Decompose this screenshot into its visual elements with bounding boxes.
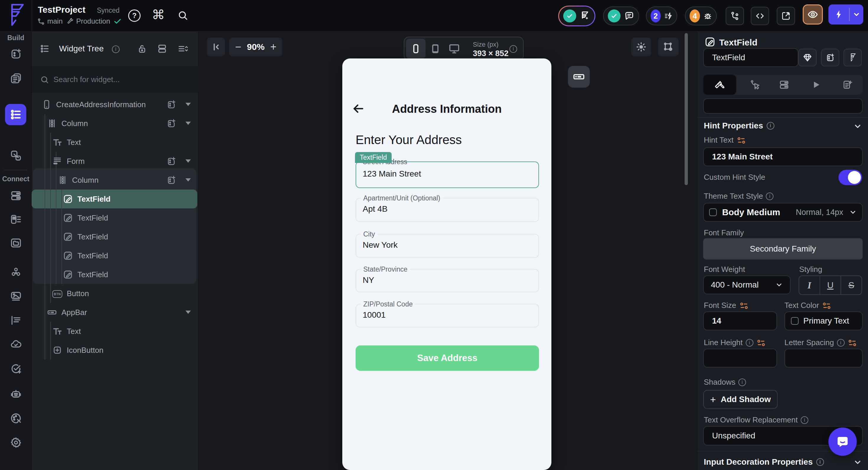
split-view-icon[interactable] [157, 43, 167, 54]
collapse-all-icon[interactable] [178, 43, 188, 54]
flutterflow-logo[interactable] [6, 3, 25, 28]
tree-node-textfield[interactable]: TextField [32, 227, 197, 246]
save-address-button[interactable]: Save Address [355, 345, 539, 371]
rail-item-widget-palette[interactable] [10, 48, 22, 60]
help-button[interactable]: ? [128, 9, 141, 22]
appbar-quick-select-button[interactable] [568, 66, 590, 88]
tree-node-text[interactable]: Text [32, 133, 197, 152]
theme-style-selector[interactable]: Body Medium Normal, 14px [703, 203, 863, 222]
rail-item-theme[interactable] [10, 412, 22, 424]
light-mode-button[interactable] [631, 37, 651, 56]
view-code-button[interactable] [751, 7, 769, 25]
tree-node-textfield[interactable]: TextField [32, 246, 197, 265]
collapse-caret[interactable] [185, 311, 191, 314]
rail-item-widget-tree[interactable] [5, 104, 26, 125]
letter-spacing-input[interactable] [784, 349, 863, 368]
device-size-value[interactable]: 393 × 852 [473, 49, 508, 58]
rail-item-api-deploy[interactable] [10, 339, 22, 350]
comments-button[interactable] [603, 6, 639, 25]
project-checks-button[interactable] [558, 6, 595, 26]
rail-item-settings[interactable] [10, 437, 22, 448]
style-color-checkbox[interactable] [709, 209, 717, 216]
tab-properties[interactable] [703, 75, 736, 95]
theme-widget-button[interactable] [798, 49, 816, 66]
canvas-scrollbar-thumb[interactable] [685, 33, 688, 185]
street-address-field[interactable]: Street Address 123 Main Street [355, 161, 539, 188]
add-widget-icon[interactable] [166, 175, 176, 185]
font-family-button[interactable]: Secondary Family [703, 238, 863, 259]
apartment-field[interactable]: Apartment/Unit (Optional) Apt 4B [355, 198, 539, 222]
rail-item-ai-agents[interactable] [10, 388, 22, 400]
rail-item-tests[interactable] [10, 363, 22, 375]
rail-item-database[interactable] [10, 190, 22, 201]
search-button[interactable] [177, 10, 188, 21]
font-size-input[interactable] [703, 311, 777, 331]
rail-item-media-assets[interactable] [10, 290, 22, 302]
issues-button[interactable]: 4 [685, 6, 717, 25]
tab-backend[interactable] [768, 75, 800, 95]
collapse-section-chevron[interactable] [853, 458, 861, 466]
tree-node-appbar[interactable]: AppBar [32, 303, 197, 322]
underline-button[interactable]: U [820, 276, 841, 294]
hint-text-input[interactable] [703, 147, 863, 166]
collapse-caret[interactable] [185, 178, 191, 182]
tasks-button[interactable]: 2 [646, 6, 677, 25]
zoom-in-button[interactable]: + [270, 41, 276, 53]
custom-hint-style-toggle[interactable] [838, 170, 862, 185]
run-options-button[interactable] [850, 11, 863, 18]
tree-node-textfield-selected[interactable]: TextField [32, 190, 197, 209]
run-split-button[interactable] [829, 4, 863, 25]
tree-node-iconbutton[interactable]: IconButton [32, 341, 197, 359]
widget-name-input[interactable] [703, 48, 798, 67]
device-phone-button[interactable] [406, 39, 426, 59]
rail-item-components[interactable] [10, 150, 22, 161]
collapse-caret[interactable] [185, 122, 191, 125]
run-button[interactable] [829, 9, 849, 20]
shortcuts-button[interactable]: ⌘ [152, 7, 165, 22]
line-height-input[interactable] [703, 349, 777, 368]
rail-item-integrations[interactable] [10, 267, 22, 278]
tree-node-page[interactable]: CreateAddressInformation [32, 95, 197, 114]
environment-name[interactable]: Production [76, 17, 110, 25]
collapse-panel-button[interactable] [207, 37, 225, 56]
add-widget-icon[interactable] [166, 118, 176, 128]
rail-item-data-types[interactable] [10, 214, 22, 225]
device-desktop-button[interactable] [448, 42, 460, 55]
tree-node-column[interactable]: Column [32, 170, 197, 190]
zoom-level[interactable]: 90% [247, 42, 265, 52]
tree-node-text[interactable]: Text [32, 322, 197, 341]
collapse-caret[interactable] [185, 159, 191, 163]
rail-item-storage[interactable] [10, 237, 22, 249]
lock-icon[interactable] [137, 43, 147, 54]
tab-documentation[interactable] [832, 75, 863, 95]
branch-manager-button[interactable] [726, 7, 744, 25]
device-tablet-button[interactable] [429, 42, 441, 55]
tab-animations[interactable] [800, 75, 832, 95]
city-field[interactable]: City New York [355, 234, 539, 258]
branch-name[interactable]: main [47, 17, 63, 25]
tree-node-textfield[interactable]: TextField [32, 265, 197, 284]
zip-field[interactable]: ZIP/Postal Code 10001 [355, 304, 539, 327]
preview-mode-button[interactable] [803, 4, 823, 25]
canvas-settings-button[interactable] [658, 37, 679, 56]
rail-item-text-content[interactable] [10, 314, 22, 326]
add-widget-icon[interactable] [166, 156, 176, 166]
tree-node-textfield[interactable]: TextField [32, 209, 197, 227]
search-input[interactable] [54, 67, 189, 92]
tree-node-button[interactable]: BTN Button [32, 284, 197, 303]
support-chat-button[interactable] [829, 428, 857, 456]
add-widget-icon[interactable] [166, 99, 176, 109]
add-shadow-button[interactable]: + Add Shadow [703, 390, 778, 409]
text-color-selector[interactable]: Primary Text [784, 311, 863, 331]
design-canvas[interactable]: − 90% + Size (px) 393 × 852 i [198, 32, 697, 470]
convert-widget-button[interactable] [843, 49, 862, 66]
color-swatch-checkbox[interactable] [791, 317, 799, 325]
collapse-section-chevron[interactable] [853, 122, 861, 130]
tree-node-form[interactable]: Form [32, 152, 197, 170]
tree-node-column[interactable]: Column [32, 114, 197, 133]
share-app-button[interactable] [777, 7, 795, 25]
tab-actions[interactable] [742, 75, 768, 95]
state-field[interactable]: State/Province NY [355, 269, 539, 292]
font-weight-dropdown[interactable]: 400 - Normal [703, 276, 790, 294]
italic-button[interactable]: I [799, 276, 820, 294]
